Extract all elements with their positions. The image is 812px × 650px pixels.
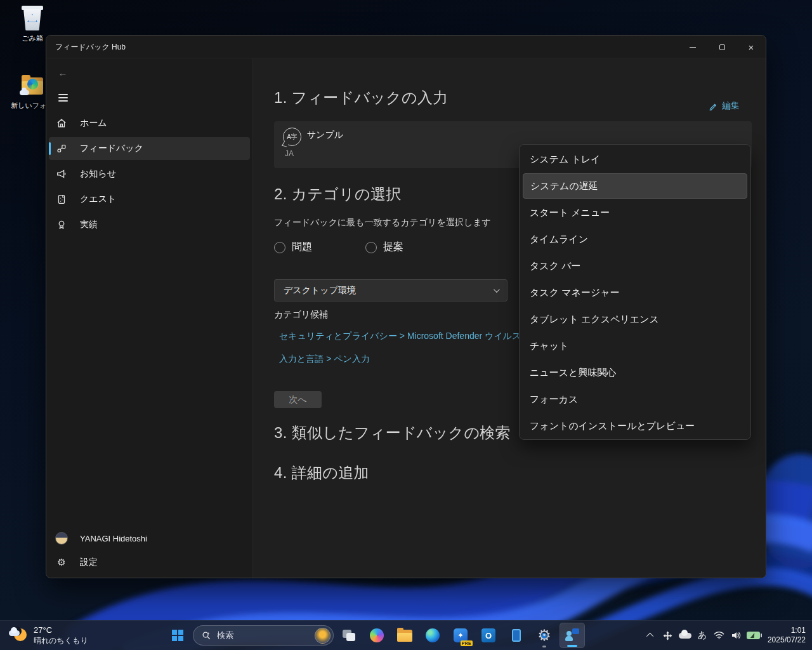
window-title: フィードバック Hub <box>55 42 126 53</box>
cloud-icon <box>679 633 691 639</box>
sidebar-item-quests[interactable]: クエスト <box>49 188 250 211</box>
home-icon <box>55 117 68 129</box>
chevron-down-icon <box>494 286 500 293</box>
tray-overflow-button[interactable] <box>643 627 658 644</box>
sidebar-item-achievements[interactable]: 実績 <box>49 213 250 236</box>
wifi-icon <box>714 631 724 640</box>
menu-item-focus[interactable]: フォーカス <box>520 386 750 413</box>
edit-button[interactable]: 編集 <box>709 100 740 112</box>
settings-button[interactable]: ⚙ <box>532 623 557 648</box>
pencil-icon <box>709 102 717 110</box>
feedback-hub-window: フィードバック Hub × ← ホーム <box>46 35 766 578</box>
desktop: ごみ箱 新しいフォル フィードバック Hub × ← <box>0 0 812 650</box>
category-candidates-label: カテゴリ候補 <box>274 309 328 321</box>
menu-item-system-slowness[interactable]: システムの遅延 <box>523 173 747 199</box>
user-account-button[interactable]: YANAGI Hidetoshi <box>49 527 250 550</box>
radio-suggestion[interactable]: 提案 <box>365 241 403 254</box>
sidebar: ← ホーム フィードバック <box>46 58 252 578</box>
weather-icon <box>9 627 28 644</box>
search-icon <box>202 631 211 640</box>
phone-link-icon <box>512 629 521 642</box>
sidebar-item-settings[interactable]: ⚙ 設定 <box>49 551 250 574</box>
feedback-icon <box>55 142 68 155</box>
clock-date: 2025/07/22 <box>768 635 806 645</box>
battery-tray-button[interactable] <box>746 627 761 644</box>
edge-button[interactable] <box>420 623 445 648</box>
user-avatar <box>55 532 68 545</box>
task-view-button[interactable] <box>336 623 362 648</box>
copilot-button[interactable] <box>364 623 390 648</box>
weather-temperature: 27°C <box>34 625 88 635</box>
menu-item-start-menu[interactable]: スタート メニュー <box>520 199 750 226</box>
clock-time: 1:01 <box>768 626 806 635</box>
feedback-hub-icon <box>565 628 579 642</box>
start-button[interactable] <box>165 623 190 648</box>
copilot-icon <box>370 628 384 642</box>
section2-subtitle: フィードバックに最も一致するカテゴリを選択します <box>274 217 491 229</box>
next-button[interactable]: 次へ <box>274 391 322 408</box>
radio-suggestion-circle[interactable] <box>365 242 377 253</box>
menu-item-font-install-preview[interactable]: フォントのインストールとプレビュー <box>520 413 750 439</box>
translate-icon: A字 <box>283 128 301 146</box>
volume-tray-button[interactable] <box>729 627 744 644</box>
category-dropdown[interactable]: デスクトップ環境 <box>274 279 508 302</box>
radio-problem-circle[interactable] <box>274 242 285 253</box>
folder-icon <box>18 74 46 99</box>
feedback-hub-taskbar-button[interactable] <box>560 623 585 648</box>
back-button[interactable]: ← <box>54 63 72 81</box>
windows-logo-icon <box>172 630 183 641</box>
wifi-tray-button[interactable] <box>712 627 727 644</box>
clock[interactable]: 1:01 2025/07/22 <box>768 626 806 645</box>
weather-condition: 晴れのちくもり <box>34 635 88 646</box>
section3-heading: 3. 類似したフィードバックの検索 <box>274 423 511 443</box>
radio-problem[interactable]: 問題 <box>274 241 312 254</box>
onedrive-tray-button[interactable] <box>678 627 693 644</box>
maximize-button[interactable] <box>707 36 737 58</box>
menu-item-chat[interactable]: チャット <box>520 333 750 359</box>
minimize-icon <box>690 47 696 48</box>
maximize-icon <box>719 44 725 50</box>
menu-item-task-manager[interactable]: タスク マネージャー <box>520 279 750 306</box>
file-explorer-button[interactable] <box>392 623 417 648</box>
ime-indicator[interactable]: あ <box>695 627 710 644</box>
outlook-button[interactable]: O <box>476 623 501 648</box>
minimize-button[interactable] <box>678 36 707 58</box>
candidate-link-security[interactable]: セキュリティとプライバシー > Microsoft Defender ウイルス対… <box>279 331 539 342</box>
menu-item-tablet-experience[interactable]: タブレット エクスペリエンス <box>520 306 750 333</box>
megaphone-icon <box>55 168 68 180</box>
menu-item-timeline[interactable]: タイムライン <box>520 226 750 253</box>
category-flyout-menu: システム トレイ システムの遅延 スタート メニュー タイムライン タスク バー… <box>519 144 751 440</box>
sidebar-item-announcements[interactable]: お知らせ <box>49 162 250 185</box>
gear-icon: ⚙ <box>55 556 68 569</box>
chevron-up-icon <box>646 633 653 640</box>
close-button[interactable]: × <box>737 36 766 58</box>
menu-item-system-tray[interactable]: システム トレイ <box>520 146 750 173</box>
feedback-title: サンプル <box>307 129 343 141</box>
search-highlight-icon[interactable] <box>315 628 331 644</box>
sidebar-item-feedback[interactable]: フィードバック <box>49 137 250 160</box>
back-arrow-icon: ← <box>58 67 68 78</box>
section1-heading: 1. フィードバックの入力 <box>274 88 449 108</box>
settings-gear-icon: ⚙ <box>537 628 551 643</box>
dev-preview-app-button[interactable]: ✦ PRE <box>448 623 473 648</box>
edge-icon <box>426 628 440 642</box>
candidate-link-input[interactable]: 入力と言語 > ペン入力 <box>279 354 370 365</box>
close-icon: × <box>749 43 754 52</box>
sidebar-item-home[interactable]: ホーム <box>49 112 250 135</box>
menu-item-news-interests[interactable]: ニュースと興味関心 <box>520 359 750 386</box>
section4-heading: 4. 詳細の追加 <box>274 463 369 483</box>
pan-arrows-icon <box>663 631 672 640</box>
task-view-icon <box>343 630 355 641</box>
navigation-menu-button[interactable] <box>54 89 72 107</box>
phone-link-button[interactable] <box>504 623 529 648</box>
taskbar: 27°C 晴れのちくもり 検索 ✦ PRE O <box>0 620 812 650</box>
achievement-icon <box>55 218 68 231</box>
menu-item-taskbar[interactable]: タスク バー <box>520 253 750 279</box>
search-input[interactable]: 検索 <box>193 625 334 646</box>
outlook-icon: O <box>481 628 495 642</box>
pan-tool-tray-button[interactable] <box>660 627 676 644</box>
titlebar[interactable]: フィードバック Hub × <box>46 36 766 58</box>
search-placeholder: 検索 <box>217 630 233 641</box>
weather-widget[interactable]: 27°C 晴れのちくもり <box>3 621 95 650</box>
section2-heading: 2. カテゴリの選択 <box>274 184 402 204</box>
